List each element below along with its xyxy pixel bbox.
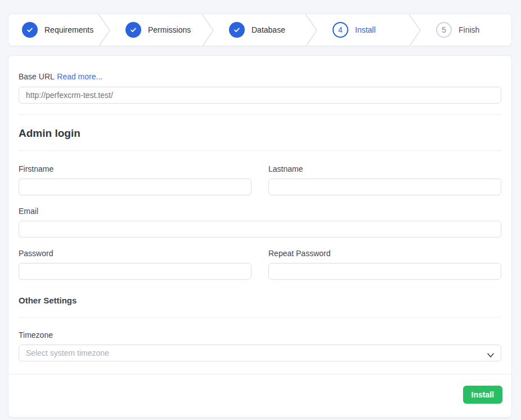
password-label: Password <box>19 249 251 258</box>
repeat-password-field-group: Repeat Password <box>268 249 501 280</box>
read-more-link[interactable]: Read more... <box>57 72 102 81</box>
install-form-card: Base URL Read more... Admin login Firstn… <box>8 55 512 418</box>
other-settings-heading: Other Settings <box>19 296 501 305</box>
chevron-separator-icon <box>201 14 215 46</box>
base-url-input[interactable] <box>19 87 501 104</box>
step-number: 5 <box>436 22 452 38</box>
timezone-label: Timezone <box>19 330 501 339</box>
step-label: Finish <box>459 25 479 34</box>
divider <box>19 114 501 115</box>
chevron-down-icon <box>487 350 494 356</box>
firstname-input[interactable] <box>19 178 251 195</box>
email-field-group: Email <box>19 207 501 238</box>
step-install[interactable]: 4 Install <box>319 14 408 46</box>
step-database[interactable]: Database <box>215 14 304 46</box>
admin-login-heading: Admin login <box>19 127 501 140</box>
divider <box>19 317 501 318</box>
step-label: Permissions <box>148 25 191 34</box>
chevron-separator-icon <box>304 14 319 46</box>
firstname-label: Firstname <box>19 164 251 173</box>
repeat-password-input[interactable] <box>268 263 501 280</box>
repeat-password-label: Repeat Password <box>268 249 501 258</box>
install-stepper: Requirements Permissions Database 4 Inst… <box>8 14 512 46</box>
form-footer: Install <box>8 374 511 417</box>
password-field-group: Password <box>19 249 251 280</box>
lastname-label: Lastname <box>268 164 501 173</box>
install-button[interactable]: Install <box>463 386 502 404</box>
step-number: 4 <box>333 22 348 38</box>
timezone-select[interactable]: Select system timezone <box>19 345 501 361</box>
check-icon <box>22 22 38 38</box>
email-label: Email <box>19 207 501 216</box>
step-label: Database <box>251 25 285 34</box>
lastname-field-group: Lastname <box>268 164 501 195</box>
lastname-input[interactable] <box>268 178 501 195</box>
password-input[interactable] <box>19 263 251 280</box>
timezone-placeholder: Select system timezone <box>26 348 109 358</box>
check-icon <box>125 22 141 38</box>
divider <box>19 150 501 151</box>
email-input[interactable] <box>19 221 501 238</box>
step-finish[interactable]: 5 Finish <box>423 14 511 46</box>
page: Requirements Permissions Database 4 Inst… <box>0 0 521 418</box>
base-url-label: Base URL <box>19 72 55 81</box>
chevron-separator-icon <box>408 14 423 46</box>
step-label: Requirements <box>44 25 93 34</box>
step-label: Install <box>355 25 376 34</box>
chevron-separator-icon <box>97 14 112 46</box>
check-icon <box>229 22 245 38</box>
step-requirements[interactable]: Requirements <box>8 14 97 46</box>
firstname-field-group: Firstname <box>19 164 251 195</box>
step-permissions[interactable]: Permissions <box>112 14 201 46</box>
